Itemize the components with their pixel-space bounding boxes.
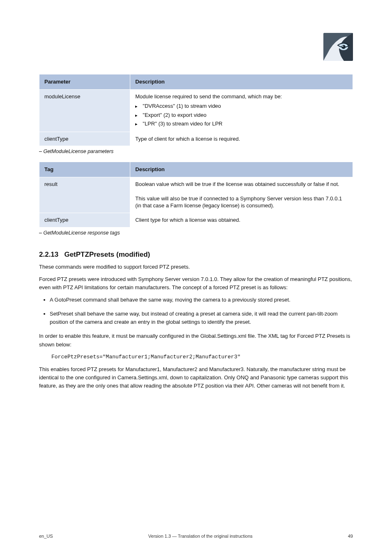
xml-example: ForcePtzPresets="Manufacturer1;Manufactu… [51, 353, 353, 361]
response-tag-table: Tag Description result Boolean value whi… [39, 162, 353, 227]
table1-header-parameter: Parameter [39, 74, 130, 90]
table2-row2-value: Client type for which a license was obta… [130, 213, 353, 228]
section-p3: This enables forced PTZ presets for Manu… [39, 365, 353, 390]
table-row: result Boolean value which will be true … [39, 177, 353, 213]
table1-row2-value: Type of client for which a license is re… [130, 132, 353, 146]
table1-row2-label: clientType [39, 132, 130, 146]
list-item: "LPR" (3) to stream video for LPR [135, 119, 348, 128]
list-item: SetPreset shall behave the same way, but… [50, 310, 353, 326]
footer-left: en_US [39, 534, 53, 539]
table1-header-description: Description [130, 74, 353, 90]
footer-center: Version 1.3 — Translation of the origina… [53, 534, 348, 539]
section-p1: These commands were modified to support … [39, 263, 353, 271]
list-item: "Export" (2) to export video [135, 111, 348, 120]
page: Parameter Description moduleLicense Modu… [0, 0, 392, 555]
table1-caption: – GetModuleLicense parameters [39, 149, 353, 154]
table2-row1-label: result [39, 177, 130, 213]
table1-row1-list: "DVRAccess" (1) to stream video "Export"… [135, 102, 348, 128]
table1-row1-intro: Module license required to send the comm… [135, 93, 282, 100]
table-row: clientType Client type for which a licen… [39, 213, 353, 228]
footer-right: 49 [348, 534, 353, 539]
section-number: 2.2.13 [39, 251, 58, 258]
section-heading: 2.2.13 GetPTZPresets (modified) [39, 251, 353, 259]
section-bullets: A GotoPreset command shall behave the sa… [50, 296, 353, 326]
parameter-table: Parameter Description moduleLicense Modu… [39, 74, 353, 146]
page-footer: en_US Version 1.3 — Translation of the o… [39, 534, 353, 539]
table1-row1-value: Module license required to send the comm… [130, 89, 353, 132]
table2-row1-value: Boolean value which will be true if the … [130, 177, 353, 213]
wolf-eye-icon [323, 33, 353, 61]
svg-point-3 [342, 45, 343, 46]
table-row: moduleLicense Module license required to… [39, 89, 353, 132]
list-item: A GotoPreset command shall behave the sa… [50, 296, 353, 304]
table2-caption: – GetModuleLicense response tags [39, 230, 353, 236]
table2-header-tag: Tag [39, 162, 130, 177]
table2-row2-label: clientType [39, 213, 130, 228]
section-title: GetPTZPresets (modified) [64, 251, 150, 258]
table-row: clientType Type of client for which a li… [39, 132, 353, 146]
section-p2: In order to enable this feature, it must… [39, 332, 353, 348]
brand-logo [323, 33, 353, 61]
section-intro: Forced PTZ presets were introduced with … [39, 275, 353, 292]
list-item: "DVRAccess" (1) to stream video [135, 102, 348, 111]
table1-row1-label: moduleLicense [39, 89, 130, 132]
table2-header-description: Description [130, 162, 353, 177]
